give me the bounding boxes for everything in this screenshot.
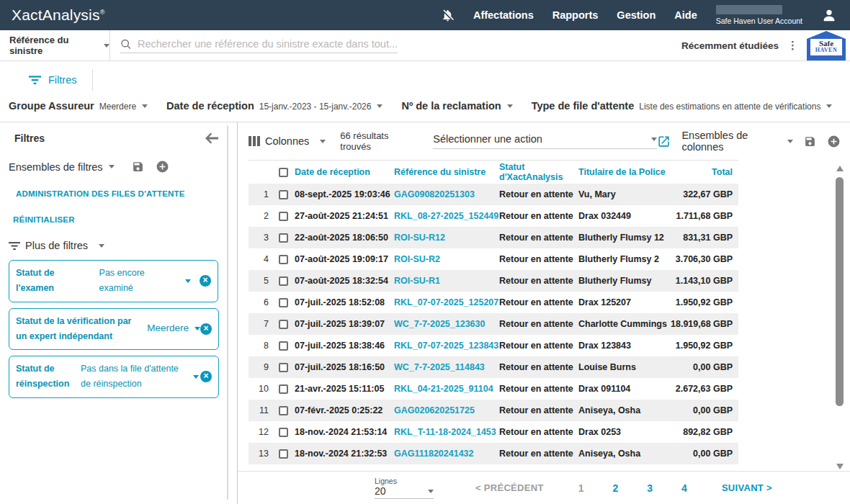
header-total[interactable]: Total xyxy=(671,167,733,177)
reset-filters-link[interactable]: RÉINITIALISER xyxy=(13,215,218,224)
row-checkbox[interactable] xyxy=(279,428,288,437)
table-row[interactable]: 13 18-nov.-2024 21:32:53 GAG111820241432… xyxy=(249,443,738,464)
notifications-muted-icon[interactable] xyxy=(441,9,455,22)
chevron-down-icon[interactable] xyxy=(185,279,191,283)
table-row[interactable]: 9 07-juil.-2025 18:16:50 WC_7-7-2025_114… xyxy=(249,356,738,378)
page-number[interactable]: 1 xyxy=(578,482,584,494)
cell-claim-reference-link[interactable]: GAG090820251303 xyxy=(394,189,499,199)
rows-per-page-select[interactable]: Lignes 20 xyxy=(375,477,434,499)
table-row[interactable]: 6 07-juil.-2025 18:52:08 RKL_07-07-2025_… xyxy=(249,292,738,313)
table-row[interactable]: 8 07-juil.-2025 18:38:46 RKL_07-07-2025_… xyxy=(249,335,738,356)
scroll-down-icon[interactable] xyxy=(836,464,844,469)
nav-rapports[interactable]: Rapports xyxy=(552,9,599,21)
user-account[interactable]: Safe Haven User Account xyxy=(716,5,802,25)
open-in-new-icon xyxy=(657,135,671,148)
chip-value[interactable]: Meerdere xyxy=(147,320,189,337)
cell-claim-reference-link[interactable]: GAG020620251725 xyxy=(394,405,499,415)
row-checkbox[interactable] xyxy=(279,255,288,264)
table-row[interactable]: 1 08-sept.-2025 19:03:46 GAG090820251303… xyxy=(249,184,738,205)
row-number: 3 xyxy=(249,233,273,243)
header-policy-holder[interactable]: Titulaire de la Police xyxy=(578,167,671,177)
chip-value[interactable]: Pas encore examiné xyxy=(99,266,179,297)
save-filter-set-button[interactable] xyxy=(132,161,144,173)
cell-claim-reference-link[interactable]: RKL_07-07-2025_123843 xyxy=(394,341,499,351)
vertical-scrollbar[interactable] xyxy=(833,160,846,471)
row-checkbox[interactable] xyxy=(279,449,288,459)
table-row[interactable]: 5 07-août-2025 18:32:54 ROI-SU-R1 Retour… xyxy=(249,270,738,292)
header-claim-reference[interactable]: Référence du sinistre xyxy=(394,167,499,177)
column-sets-dropdown[interactable]: Ensembles de colonnes xyxy=(681,130,793,153)
table-row[interactable]: 12 18-nov.-2024 21:53:14 RKL_T-11-18-202… xyxy=(249,421,738,443)
filters-toggle-button[interactable]: Filtres xyxy=(29,74,76,86)
row-checkbox[interactable] xyxy=(279,320,288,329)
cell-claim-reference-link[interactable]: WC_7-7-2025_123630 xyxy=(394,319,499,329)
chevron-down-icon[interactable] xyxy=(194,327,200,330)
row-checkbox[interactable] xyxy=(279,298,288,307)
row-checkbox[interactable] xyxy=(279,212,288,221)
criterion-insurer-group[interactable]: Groupe Assureur Meerdere xyxy=(9,100,148,112)
header-date[interactable]: Date de réception xyxy=(295,167,394,177)
cell-claim-reference-link[interactable]: ROI-SU-R1 xyxy=(394,276,499,286)
row-checkbox[interactable] xyxy=(279,190,288,199)
search-input[interactable] xyxy=(138,38,398,50)
row-checkbox[interactable] xyxy=(279,406,288,415)
user-avatar-icon[interactable] xyxy=(821,7,837,23)
cell-claim-reference-link[interactable]: RKL_04-21-2025_91104 xyxy=(394,384,499,394)
chevron-down-icon[interactable] xyxy=(193,375,199,379)
chip-label: Statut de la vérification par un expert … xyxy=(16,314,144,345)
cell-claim-reference-link[interactable]: GAG111820241432 xyxy=(394,449,499,459)
page-number[interactable]: 2 xyxy=(612,482,618,494)
criterion-queue-type[interactable]: Type de file d'attente Liste des estimat… xyxy=(532,100,833,112)
action-select[interactable]: Sélectionner une action xyxy=(433,133,657,149)
header-status[interactable]: Statut d'XactAnalysis xyxy=(499,162,578,182)
table-row[interactable]: 10 21-avr.-2025 15:11:05 RKL_04-21-2025_… xyxy=(249,378,738,400)
row-checkbox[interactable] xyxy=(279,341,288,351)
cell-claim-reference-link[interactable]: WC_7-7-2025_114843 xyxy=(394,362,499,372)
remove-filter-icon[interactable]: × xyxy=(200,275,211,287)
criterion-claim-number[interactable]: Nº de la reclamation xyxy=(401,100,512,112)
table-row[interactable]: 2 27-août-2025 21:24:51 RKL_08-27-2025_1… xyxy=(249,205,738,227)
table-row[interactable]: 3 22-août-2025 18:06:50 ROI-SU-R12 Retou… xyxy=(249,227,738,248)
cell-claim-reference-link[interactable]: RKL_08-27-2025_152449 xyxy=(394,211,499,221)
scrollbar-thumb[interactable] xyxy=(836,177,844,406)
nav-aide[interactable]: Aide xyxy=(674,9,697,21)
cell-claim-reference-link[interactable]: RKL_T-11-18-2024_1453 xyxy=(394,427,499,437)
select-all-checkbox[interactable] xyxy=(279,168,288,177)
row-checkbox[interactable] xyxy=(279,363,288,372)
row-checkbox[interactable] xyxy=(279,233,288,243)
table-row[interactable]: 11 07-févr.-2025 0:25:22 GAG020620251725… xyxy=(249,400,738,421)
previous-page-button[interactable]: < PRÉCÉDENT xyxy=(475,482,544,493)
remove-filter-icon[interactable]: × xyxy=(200,371,212,382)
page-number[interactable]: 3 xyxy=(647,482,653,494)
search-scope-dropdown[interactable]: Référence du sinistre xyxy=(0,35,109,56)
page-number[interactable]: 4 xyxy=(681,482,687,494)
row-checkbox[interactable] xyxy=(279,384,288,394)
add-column-set-button[interactable] xyxy=(827,135,841,148)
collapse-sidebar-button[interactable] xyxy=(205,132,218,144)
sidebar-title: Filtres xyxy=(14,132,45,144)
more-options-icon[interactable]: ⋮ xyxy=(786,39,800,52)
nav-affectations[interactable]: Affectations xyxy=(473,9,534,21)
filter-sets-dropdown[interactable]: Ensembles de filtres xyxy=(9,161,115,173)
queue-administration-link[interactable]: ADMINISTRATION DES FILES D'ATTENTE xyxy=(16,189,218,198)
table-row[interactable]: 7 07-juil.-2025 18:39:07 WC_7-7-2025_123… xyxy=(249,313,738,335)
nav-gestion[interactable]: Gestion xyxy=(617,9,656,21)
cell-total: 1.143,10 GBP xyxy=(671,276,733,286)
cell-claim-reference-link[interactable]: ROI-SU-R2 xyxy=(394,254,499,264)
next-page-button[interactable]: SUIVANT > xyxy=(722,482,772,493)
add-filter-set-button[interactable] xyxy=(156,160,169,174)
row-checkbox[interactable] xyxy=(279,276,288,286)
app-logo[interactable]: XactAnalysis® xyxy=(12,6,104,24)
table-row[interactable]: 4 07-août-2025 19:09:17 ROI-SU-R2 Retour… xyxy=(249,248,738,270)
more-filters-dropdown[interactable]: Plus de filtres xyxy=(9,240,218,251)
export-button[interactable] xyxy=(657,135,671,148)
cell-claim-reference-link[interactable]: RKL_07-07-2025_125207 xyxy=(394,297,499,307)
chip-value[interactable]: Pas dans la file d'attente de réinspecti… xyxy=(81,361,187,392)
remove-filter-icon[interactable]: × xyxy=(200,323,212,335)
recently-viewed-button[interactable]: Récemment étudiées xyxy=(681,40,779,51)
columns-menu-button[interactable]: Colonnes xyxy=(249,135,326,147)
save-column-set-button[interactable] xyxy=(804,135,816,148)
criterion-reception-date[interactable]: Date de réception 15-janv.-2023 - 15-jan… xyxy=(166,100,382,112)
scroll-up-icon[interactable] xyxy=(836,166,844,171)
cell-claim-reference-link[interactable]: ROI-SU-R12 xyxy=(394,233,499,243)
